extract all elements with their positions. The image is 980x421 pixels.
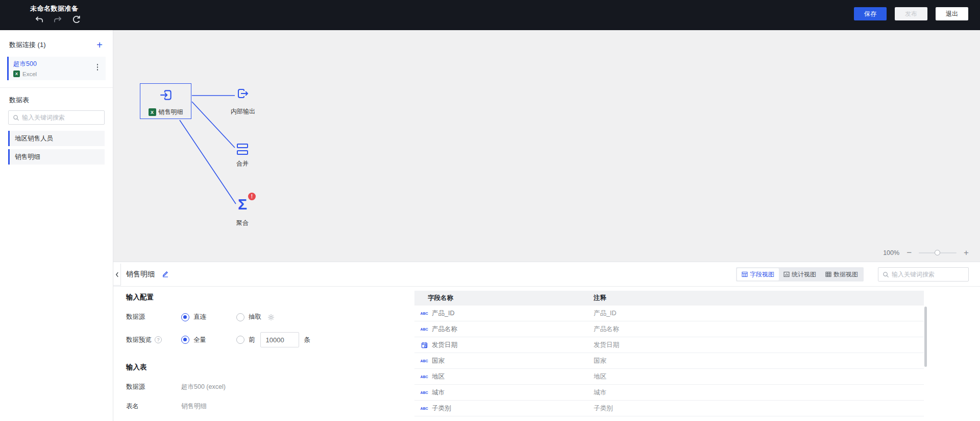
output-node[interactable]: 内部输出 <box>222 86 264 116</box>
unit-label: 条 <box>304 336 311 344</box>
field-comment: 产品_ID <box>594 309 924 318</box>
radio-direct[interactable]: 直连 <box>181 313 236 321</box>
radio-extract[interactable]: 抽取 <box>236 313 275 321</box>
detail-panel: 销售明细 字段视图 统计视图 <box>113 262 980 421</box>
tab-stats-view[interactable]: 统计视图 <box>779 268 821 280</box>
error-badge-icon: ! <box>248 193 256 200</box>
sidebar-table-item[interactable]: 销售明细 <box>8 149 105 165</box>
field-row[interactable]: ABC 国家 国家 <box>414 353 924 369</box>
refresh-icon[interactable] <box>72 15 81 24</box>
field-comment: 国家 <box>594 357 924 365</box>
help-icon[interactable]: ? <box>155 336 162 343</box>
more-icon[interactable] <box>94 64 101 71</box>
field-name: 国家 <box>432 357 445 365</box>
field-name: 产品名称 <box>432 325 457 334</box>
zoom-out-icon[interactable]: − <box>906 249 912 256</box>
output-node-label: 内部输出 <box>231 107 255 116</box>
field-row[interactable]: ABC 产品名称 产品名称 <box>414 321 924 337</box>
table-name-label: 表名 <box>126 402 181 411</box>
radio-selected-icon[interactable] <box>181 313 189 321</box>
excel-icon: X <box>13 71 20 77</box>
field-row[interactable]: ABC 子类别 子类别 <box>414 401 924 416</box>
string-type-icon: ABC <box>419 312 430 315</box>
field-comment: 产品名称 <box>594 325 924 334</box>
string-type-icon: ABC <box>419 375 430 379</box>
topbar: 未命名数据准备 保存 发布 退出 <box>0 0 980 30</box>
field-name: 城市 <box>432 388 445 397</box>
tab-field-view[interactable]: 字段视图 <box>737 268 779 280</box>
radio-unselected-icon[interactable] <box>236 313 244 321</box>
view-toggle-group: 字段视图 统计视图 数据视图 <box>736 267 864 282</box>
field-comment: 城市 <box>594 388 924 397</box>
undo-icon[interactable] <box>35 15 43 24</box>
field-row[interactable]: ABC 地区 地区 <box>414 369 924 385</box>
field-row[interactable]: 发货日期 发货日期 <box>414 337 924 353</box>
table-scrollbar[interactable] <box>924 307 927 367</box>
sidebar-search-input[interactable] <box>22 114 100 121</box>
zoom-slider-handle[interactable] <box>935 250 940 255</box>
field-name: 发货日期 <box>432 341 457 349</box>
aggregate-node-label: 聚合 <box>236 219 249 227</box>
radio-front[interactable]: 前 <box>236 336 255 344</box>
aggregate-node-icon: Σ <box>238 196 247 213</box>
flow-canvas[interactable]: X 销售明细 内部输出 合并 Σ ! 聚合 <box>113 30 980 262</box>
input-node-icon <box>158 87 174 105</box>
output-node-icon <box>236 86 250 103</box>
radio-selected-icon[interactable] <box>181 336 189 344</box>
string-type-icon: ABC <box>419 359 430 363</box>
field-row[interactable]: ABC 城市 城市 <box>414 385 924 401</box>
zoom-level: 100% <box>883 249 899 256</box>
zoom-slider[interactable] <box>919 249 957 256</box>
datasource-label: 数据源 <box>126 313 181 321</box>
stats-view-icon <box>783 271 790 277</box>
panel-search-input[interactable] <box>892 271 964 278</box>
preview-label: 数据预览 <box>126 336 152 344</box>
field-comment: 地区 <box>594 372 924 381</box>
radio-unselected-icon[interactable] <box>236 336 244 344</box>
gear-icon[interactable] <box>267 314 275 321</box>
panel-title: 销售明细 <box>126 270 155 279</box>
fields-table: 字段名称 注释 ABC 产品_ID 产品_ID ABC 产品名称 <box>414 291 924 416</box>
search-icon <box>883 271 889 278</box>
data-view-icon <box>825 271 831 277</box>
field-row[interactable]: ABC 产品_ID 产品_ID <box>414 306 924 321</box>
connection-name: 超市500 <box>13 60 102 68</box>
connection-item[interactable]: 超市500 X Excel <box>7 57 106 80</box>
sidebar-table-item[interactable]: 地区销售人员 <box>8 131 105 146</box>
sidebar-search[interactable] <box>8 110 105 125</box>
field-comment: 子类别 <box>594 404 924 413</box>
tab-data-view[interactable]: 数据视图 <box>821 268 863 280</box>
column-header-name: 字段名称 <box>414 294 594 302</box>
add-connection-icon[interactable]: + <box>96 40 103 50</box>
string-type-icon: ABC <box>419 391 430 394</box>
field-name: 地区 <box>432 372 445 381</box>
zoom-bar: 100% − + <box>883 249 969 256</box>
exit-button[interactable]: 退出 <box>936 7 968 20</box>
connections-header: 数据连接 (1) <box>9 40 46 50</box>
connection-type: Excel <box>22 71 37 77</box>
merge-node-label: 合并 <box>236 159 249 168</box>
edit-icon[interactable] <box>162 270 169 279</box>
merge-node[interactable]: 合并 <box>221 144 264 168</box>
column-header-comment: 注释 <box>594 294 606 302</box>
table-datasource-label: 数据源 <box>126 383 181 391</box>
field-comment: 发货日期 <box>594 341 924 349</box>
tables-header: 数据表 <box>0 88 113 110</box>
table-name-value: 销售明细 <box>181 402 207 411</box>
input-node[interactable]: X 销售明细 <box>140 83 191 119</box>
input-node-label: 销售明细 <box>159 108 183 116</box>
zoom-in-icon[interactable]: + <box>964 249 969 256</box>
row-limit-input[interactable] <box>260 332 299 347</box>
sidebar: 数据连接 (1) + 超市500 X Excel 数据表 地区销售人员 销售明细 <box>0 30 113 421</box>
field-name: 产品_ID <box>432 309 454 318</box>
section-title: 输入配置 <box>126 293 402 302</box>
section-title: 输入表 <box>126 363 402 372</box>
redo-icon[interactable] <box>54 15 62 24</box>
panel-search[interactable] <box>878 267 969 282</box>
publish-button[interactable]: 发布 <box>895 7 927 20</box>
input-config-form: 输入配置 数据源 直连 抽取 <box>126 293 402 411</box>
page-title: 未命名数据准备 <box>30 4 79 13</box>
aggregate-node[interactable]: Σ ! 聚合 <box>221 195 264 227</box>
radio-full[interactable]: 全量 <box>181 336 236 344</box>
save-button[interactable]: 保存 <box>854 7 887 20</box>
